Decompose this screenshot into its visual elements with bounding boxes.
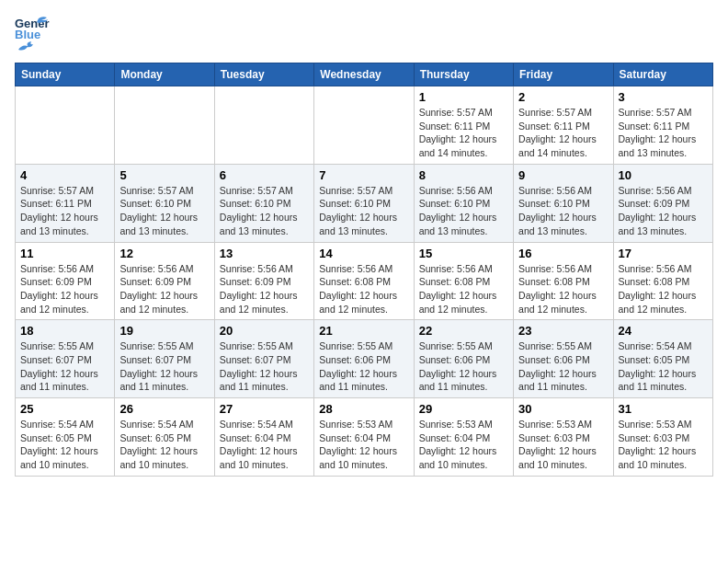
day-of-week-header: Monday <box>115 63 214 86</box>
calendar-day-cell: 10Sunrise: 5:56 AMSunset: 6:09 PMDayligh… <box>613 164 712 242</box>
calendar-header-row: SundayMondayTuesdayWednesdayThursdayFrid… <box>16 63 713 86</box>
logo-icon: General Blue <box>15 15 50 40</box>
day-number: 20 <box>220 324 309 338</box>
day-of-week-header: Sunday <box>16 63 115 86</box>
day-number: 27 <box>220 402 309 416</box>
day-info: Sunrise: 5:57 AMSunset: 6:11 PMDaylight:… <box>518 106 608 160</box>
day-number: 28 <box>319 402 408 416</box>
calendar-day-cell: 22Sunrise: 5:55 AMSunset: 6:06 PMDayligh… <box>414 320 513 398</box>
day-info: Sunrise: 5:57 AMSunset: 6:11 PMDaylight:… <box>619 106 708 160</box>
calendar-day-cell: 12Sunrise: 5:56 AMSunset: 6:09 PMDayligh… <box>115 242 214 320</box>
day-info: Sunrise: 5:55 AMSunset: 6:06 PMDaylight:… <box>419 339 508 394</box>
logo-bird-icon <box>17 40 37 53</box>
day-info: Sunrise: 5:55 AMSunset: 6:07 PMDaylight:… <box>20 339 109 394</box>
calendar-day-cell: 9Sunrise: 5:56 AMSunset: 6:10 PMDaylight… <box>514 164 613 242</box>
calendar-day-cell: 23Sunrise: 5:55 AMSunset: 6:06 PMDayligh… <box>514 320 613 398</box>
calendar-day-cell: 29Sunrise: 5:53 AMSunset: 6:04 PMDayligh… <box>414 398 513 477</box>
day-info: Sunrise: 5:56 AMSunset: 6:08 PMDaylight:… <box>619 262 708 316</box>
day-info: Sunrise: 5:56 AMSunset: 6:09 PMDaylight:… <box>619 184 708 238</box>
day-of-week-header: Friday <box>514 63 613 86</box>
calendar-day-cell: 2Sunrise: 5:57 AMSunset: 6:11 PMDaylight… <box>514 86 613 165</box>
day-info: Sunrise: 5:55 AMSunset: 6:07 PMDaylight:… <box>119 339 209 394</box>
day-info: Sunrise: 5:53 AMSunset: 6:03 PMDaylight:… <box>619 418 708 472</box>
day-number: 29 <box>419 402 508 416</box>
day-info: Sunrise: 5:54 AMSunset: 6:05 PMDaylight:… <box>619 339 708 394</box>
day-number: 18 <box>20 324 109 338</box>
day-info: Sunrise: 5:56 AMSunset: 6:10 PMDaylight:… <box>518 184 608 238</box>
day-number: 23 <box>518 324 608 338</box>
day-number: 6 <box>220 168 309 182</box>
calendar-day-cell: 25Sunrise: 5:54 AMSunset: 6:05 PMDayligh… <box>16 398 115 477</box>
day-info: Sunrise: 5:53 AMSunset: 6:03 PMDaylight:… <box>518 418 608 472</box>
calendar-day-cell <box>115 86 214 165</box>
day-info: Sunrise: 5:56 AMSunset: 6:08 PMDaylight:… <box>419 262 508 316</box>
calendar-week-row: 18Sunrise: 5:55 AMSunset: 6:07 PMDayligh… <box>16 320 713 398</box>
day-info: Sunrise: 5:57 AMSunset: 6:11 PMDaylight:… <box>419 106 508 160</box>
calendar-day-cell: 27Sunrise: 5:54 AMSunset: 6:04 PMDayligh… <box>214 398 313 477</box>
day-of-week-header: Saturday <box>613 63 712 86</box>
calendar-day-cell: 5Sunrise: 5:57 AMSunset: 6:10 PMDaylight… <box>115 164 214 242</box>
calendar-day-cell: 3Sunrise: 5:57 AMSunset: 6:11 PMDaylight… <box>613 86 712 165</box>
day-info: Sunrise: 5:53 AMSunset: 6:04 PMDaylight:… <box>419 418 508 472</box>
day-number: 3 <box>619 90 708 104</box>
calendar-week-row: 25Sunrise: 5:54 AMSunset: 6:05 PMDayligh… <box>16 398 713 477</box>
calendar-day-cell: 6Sunrise: 5:57 AMSunset: 6:10 PMDaylight… <box>214 164 313 242</box>
day-number: 31 <box>619 402 708 416</box>
day-number: 30 <box>518 402 608 416</box>
calendar-day-cell: 1Sunrise: 5:57 AMSunset: 6:11 PMDaylight… <box>414 86 513 165</box>
page-header: General Blue <box>15 15 713 55</box>
calendar-day-cell: 15Sunrise: 5:56 AMSunset: 6:08 PMDayligh… <box>414 242 513 320</box>
day-info: Sunrise: 5:56 AMSunset: 6:08 PMDaylight:… <box>319 262 408 316</box>
day-number: 7 <box>319 168 408 182</box>
day-info: Sunrise: 5:55 AMSunset: 6:06 PMDaylight:… <box>518 339 608 394</box>
day-number: 13 <box>220 247 309 260</box>
day-info: Sunrise: 5:54 AMSunset: 6:04 PMDaylight:… <box>220 418 309 472</box>
day-number: 16 <box>518 247 608 260</box>
calendar-week-row: 4Sunrise: 5:57 AMSunset: 6:11 PMDaylight… <box>16 164 713 242</box>
day-info: Sunrise: 5:56 AMSunset: 6:09 PMDaylight:… <box>220 262 309 316</box>
day-number: 1 <box>419 90 508 104</box>
day-number: 22 <box>419 324 508 338</box>
day-number: 8 <box>419 168 508 182</box>
calendar-day-cell: 24Sunrise: 5:54 AMSunset: 6:05 PMDayligh… <box>613 320 712 398</box>
day-number: 12 <box>119 247 209 260</box>
calendar-day-cell: 17Sunrise: 5:56 AMSunset: 6:08 PMDayligh… <box>613 242 712 320</box>
day-info: Sunrise: 5:56 AMSunset: 6:09 PMDaylight:… <box>20 262 109 316</box>
day-number: 11 <box>20 247 109 260</box>
day-info: Sunrise: 5:57 AMSunset: 6:11 PMDaylight:… <box>20 184 109 238</box>
calendar-day-cell: 16Sunrise: 5:56 AMSunset: 6:08 PMDayligh… <box>514 242 613 320</box>
calendar-day-cell <box>314 86 414 165</box>
day-info: Sunrise: 5:57 AMSunset: 6:10 PMDaylight:… <box>220 184 309 238</box>
calendar-table: SundayMondayTuesdayWednesdayThursdayFrid… <box>15 63 713 477</box>
calendar-day-cell: 11Sunrise: 5:56 AMSunset: 6:09 PMDayligh… <box>16 242 115 320</box>
calendar-day-cell: 18Sunrise: 5:55 AMSunset: 6:07 PMDayligh… <box>16 320 115 398</box>
day-number: 21 <box>319 324 408 338</box>
day-info: Sunrise: 5:55 AMSunset: 6:06 PMDaylight:… <box>319 339 408 394</box>
day-number: 15 <box>419 247 508 260</box>
day-info: Sunrise: 5:57 AMSunset: 6:10 PMDaylight:… <box>319 184 408 238</box>
calendar-day-cell: 7Sunrise: 5:57 AMSunset: 6:10 PMDaylight… <box>314 164 414 242</box>
calendar-day-cell: 28Sunrise: 5:53 AMSunset: 6:04 PMDayligh… <box>314 398 414 477</box>
calendar-day-cell <box>214 86 313 165</box>
day-info: Sunrise: 5:56 AMSunset: 6:10 PMDaylight:… <box>419 184 508 238</box>
day-number: 10 <box>619 168 708 182</box>
calendar-day-cell: 31Sunrise: 5:53 AMSunset: 6:03 PMDayligh… <box>613 398 712 477</box>
day-of-week-header: Wednesday <box>314 63 414 86</box>
day-number: 24 <box>619 324 708 338</box>
day-number: 25 <box>20 402 109 416</box>
calendar-day-cell: 19Sunrise: 5:55 AMSunset: 6:07 PMDayligh… <box>115 320 214 398</box>
calendar-day-cell: 26Sunrise: 5:54 AMSunset: 6:05 PMDayligh… <box>115 398 214 477</box>
day-number: 14 <box>319 247 408 260</box>
svg-text:Blue: Blue <box>15 28 40 40</box>
day-number: 4 <box>20 168 109 182</box>
calendar-day-cell: 14Sunrise: 5:56 AMSunset: 6:08 PMDayligh… <box>314 242 414 320</box>
day-info: Sunrise: 5:55 AMSunset: 6:07 PMDaylight:… <box>220 339 309 394</box>
day-info: Sunrise: 5:54 AMSunset: 6:05 PMDaylight:… <box>119 418 209 472</box>
calendar-day-cell <box>16 86 115 165</box>
day-number: 19 <box>119 324 209 338</box>
calendar-day-cell: 21Sunrise: 5:55 AMSunset: 6:06 PMDayligh… <box>314 320 414 398</box>
calendar-week-row: 11Sunrise: 5:56 AMSunset: 6:09 PMDayligh… <box>16 242 713 320</box>
calendar-day-cell: 13Sunrise: 5:56 AMSunset: 6:09 PMDayligh… <box>214 242 313 320</box>
day-of-week-header: Thursday <box>414 63 513 86</box>
day-number: 2 <box>518 90 608 104</box>
